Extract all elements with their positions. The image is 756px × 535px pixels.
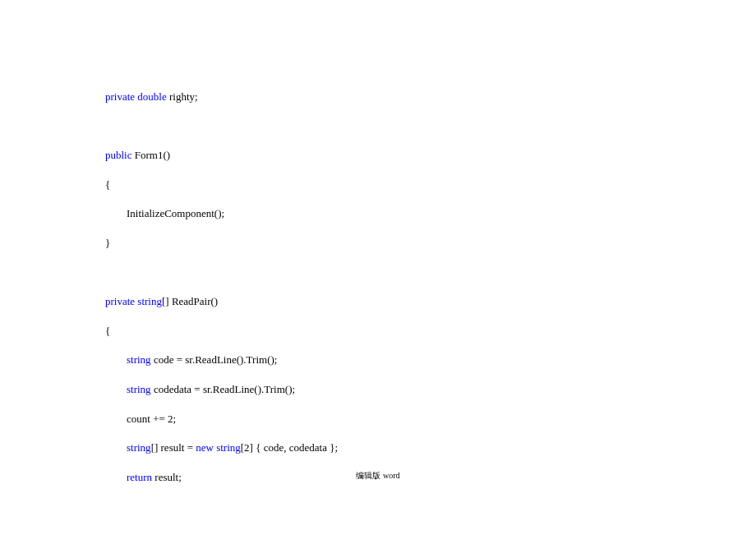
- code-text: codedata = sr.ReadLine().Trim();: [151, 383, 295, 395]
- code-line: string code = sr.ReadLine().Trim();: [105, 353, 756, 367]
- keyword: string: [127, 441, 151, 454]
- code-text: righty;: [167, 90, 198, 103]
- code-line: count += 2;: [105, 413, 756, 426]
- code-text: [] result =: [151, 441, 196, 454]
- code-text: [] ReadPair(): [162, 295, 218, 307]
- blank-line: [105, 266, 756, 279]
- code-line: {: [105, 178, 756, 191]
- code-line: {: [105, 325, 756, 338]
- code-line: public Form1(): [105, 149, 756, 162]
- code-text: Form1(): [132, 149, 171, 161]
- keyword: private double: [105, 90, 167, 103]
- keyword: public: [105, 149, 132, 161]
- code-block: private double righty; public Form1() { …: [0, 0, 756, 483]
- code-line: string[] result = new string[2] { code, …: [105, 441, 756, 454]
- keyword: private string: [105, 295, 162, 307]
- code-line: private string[] ReadPair(): [105, 295, 756, 308]
- code-line: }: [105, 237, 756, 250]
- code-text: code = sr.ReadLine().Trim();: [151, 353, 278, 366]
- blank-line: [105, 120, 756, 133]
- code-line: private double righty;: [105, 90, 756, 104]
- code-line: string codedata = sr.ReadLine().Trim();: [105, 383, 756, 396]
- keyword: new string: [196, 441, 241, 454]
- page-footer: 编辑版 word: [0, 470, 756, 482]
- code-line: InitializeComponent();: [105, 207, 756, 220]
- keyword: string: [127, 353, 151, 366]
- code-text: [2] { code, codedata };: [241, 441, 338, 454]
- keyword: string: [127, 383, 151, 395]
